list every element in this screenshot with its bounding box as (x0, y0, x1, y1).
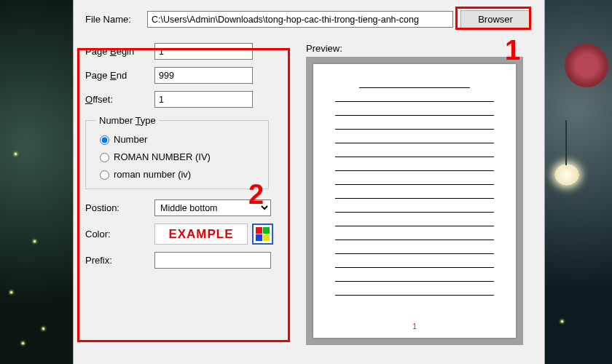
radio-roman-upper-input[interactable] (100, 153, 109, 162)
background-lantern (554, 164, 579, 186)
radio-roman-upper[interactable]: ROMAN NUMBER (IV) (96, 151, 258, 162)
radio-number[interactable]: Number (96, 133, 258, 145)
radio-roman-upper-label: ROMAN NUMBER (IV) (114, 151, 211, 162)
number-type-legend: Number Type (96, 115, 159, 126)
color-swatch-icon (256, 227, 270, 241)
prefix-label: Prefix: (85, 255, 154, 266)
radio-roman-lower[interactable]: roman number (iv) (96, 168, 258, 180)
position-select[interactable]: Middle bottom (154, 199, 271, 216)
color-example: EXAMPLE (154, 223, 248, 245)
preview-box: 1 (306, 57, 523, 345)
pagination-dialog: File Name: Browser Page Begin Page End O… (73, 0, 545, 364)
position-label: Postion: (85, 202, 154, 213)
page-end-input[interactable] (154, 67, 253, 84)
offset-input[interactable] (154, 91, 253, 108)
color-label: Color: (85, 229, 154, 240)
number-type-group: Number Type Number ROMAN NUMBER (IV) rom… (85, 115, 269, 189)
radio-number-label: Number (114, 134, 147, 145)
page-begin-input[interactable] (154, 43, 253, 60)
file-name-label: File Name: (85, 14, 147, 25)
preview-page-number: 1 (313, 323, 516, 331)
settings-panel: Page Begin Page End Offset: Number Type … (85, 43, 293, 345)
color-picker-button[interactable] (252, 223, 273, 245)
preview-label: Preview: (306, 43, 533, 54)
file-name-input[interactable] (147, 11, 453, 28)
prefix-input[interactable] (154, 252, 271, 269)
page-begin-label: Page Begin (85, 46, 154, 57)
browser-button[interactable]: Browser (460, 10, 530, 28)
radio-number-input[interactable] (100, 135, 109, 145)
page-end-label: Page End (85, 70, 154, 81)
radio-roman-lower-label: roman number (iv) (114, 169, 191, 180)
background-umbrella (560, 39, 612, 92)
offset-label: Offset: (85, 94, 154, 105)
radio-roman-lower-input[interactable] (100, 170, 109, 180)
preview-page: 1 (313, 64, 516, 338)
